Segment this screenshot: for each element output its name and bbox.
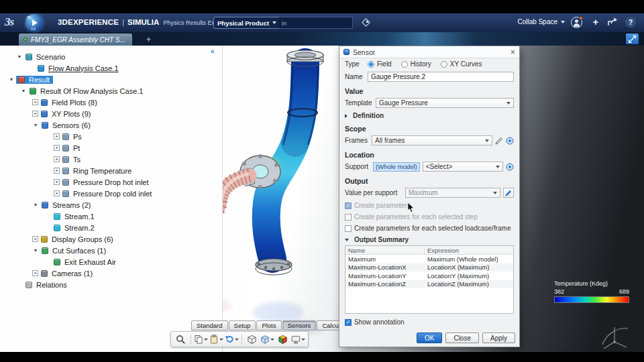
tree-item-display-groups[interactable]: Display Groups (6) <box>0 233 222 245</box>
help-button[interactable]: ? <box>625 17 636 27</box>
tree-item-cameras[interactable]: Cameras (1) <box>0 267 222 279</box>
apply-button[interactable]: Apply <box>482 333 515 343</box>
selected-node[interactable]: Result <box>16 76 53 84</box>
expander-icon[interactable] <box>54 156 60 162</box>
template-dropdown[interactable]: Gauge Pressure <box>376 98 514 108</box>
document-tab[interactable]: FMY3_EGR Assembly CHT S... <box>19 34 132 46</box>
expander-icon[interactable] <box>16 54 23 60</box>
view-compass-icon[interactable] <box>597 322 632 351</box>
tab-sensors[interactable]: Sensors <box>282 320 317 330</box>
expander-icon[interactable] <box>32 270 38 276</box>
isometric-view-icon[interactable] <box>245 333 259 346</box>
expander-icon[interactable] <box>32 202 39 208</box>
new-tab-button[interactable]: + <box>146 35 151 44</box>
tree-item-result[interactable]: Result <box>0 74 222 85</box>
copy-icon[interactable] <box>194 333 208 346</box>
expand-viewport-button[interactable] <box>626 34 639 44</box>
paste-icon[interactable] <box>209 333 223 346</box>
expander-icon[interactable] <box>32 236 38 242</box>
edit-output-button[interactable] <box>503 188 514 198</box>
collab-space-dropdown[interactable]: Collab Space <box>518 18 565 25</box>
radio-history-label[interactable]: History <box>411 60 431 68</box>
radio-xy-curves[interactable] <box>441 61 447 68</box>
tab-standard[interactable]: Standard <box>191 320 228 330</box>
ok-button[interactable]: OK <box>417 333 442 343</box>
expander-icon[interactable] <box>54 145 60 151</box>
view-style-icon[interactable] <box>260 333 274 346</box>
expander-icon[interactable] <box>32 247 39 254</box>
zoom-icon[interactable] <box>174 333 188 346</box>
tree-item-relations[interactable]: Relations <box>0 279 222 290</box>
create-parameters-checkbox[interactable] <box>345 202 352 209</box>
capture-screen-icon[interactable] <box>291 333 305 346</box>
support-whole-model-chip[interactable]: (Whole model) <box>373 162 420 172</box>
close-button[interactable]: Close <box>445 333 479 343</box>
value-per-support-dropdown[interactable]: Maximum <box>405 188 500 198</box>
tree-item-sensor-ts[interactable]: Ts <box>0 154 222 165</box>
tree-item-cut-surfaces[interactable]: Cut Surfaces (1) <box>0 245 222 256</box>
table-row[interactable]: Maximum-LocationY LocationY (Maximum) <box>345 272 513 280</box>
tree-item-stream-1[interactable]: Stream.1 <box>0 210 222 222</box>
expander-icon[interactable] <box>8 76 15 83</box>
close-icon[interactable]: × <box>511 49 515 56</box>
table-row[interactable]: Maximum-LocationX LocationX (Maximum) <box>345 263 513 272</box>
table-row[interactable]: Maximum Maximum (Whole model) <box>345 255 513 263</box>
tree-item-exit-exhaust-air[interactable]: Exit Exhaust Air <box>0 256 222 267</box>
expander-icon[interactable] <box>54 190 60 196</box>
chevron-down-icon <box>272 21 276 24</box>
tree-item-scenario[interactable]: Scenario <box>0 51 222 62</box>
expander-icon[interactable] <box>32 122 39 129</box>
render-style-icon[interactable] <box>276 333 290 346</box>
user-avatar-icon[interactable] <box>571 17 582 28</box>
tab-plots[interactable]: Plots <box>256 320 281 330</box>
tree-item-result-of-flow-analysis[interactable]: Result Of Flow Analysis Case.1 <box>0 85 222 97</box>
expander-icon[interactable] <box>32 99 38 105</box>
tree-item-sensor-pressure-drop-hot[interactable]: Pressure Drop hot inlet <box>0 176 222 188</box>
support-dropdown[interactable]: <Select> <box>423 162 503 172</box>
sensor-icon <box>62 156 69 163</box>
sensors-icon <box>42 122 48 129</box>
table-row[interactable]: Maximum-LocationZ LocationZ (Maximum) <box>345 280 513 289</box>
dialog-titlebar[interactable]: Sensor × <box>339 46 519 58</box>
create-parameters-loadcase-checkbox[interactable] <box>345 225 352 232</box>
edit-pencil-icon[interactable] <box>495 137 503 145</box>
tree-item-streams[interactable]: Streams (2) <box>0 199 222 210</box>
tree-item-sensor-pressure-drop-cold[interactable]: Pressure Drop cold inlet <box>0 188 222 199</box>
expander-icon[interactable] <box>54 168 60 174</box>
undo-icon[interactable] <box>225 333 239 346</box>
tree-item-sensor-ps[interactable]: Ps <box>0 131 222 142</box>
add-button[interactable]: + <box>593 17 598 27</box>
select-target-icon[interactable] <box>506 137 514 145</box>
radio-xy-curves-label[interactable]: XY Curves <box>450 60 482 68</box>
context-dropdown[interactable]: Physical Product <box>213 17 280 29</box>
tag-icon[interactable] <box>361 17 372 28</box>
3d-viewport[interactable]: « Scenario Flow Analysis Case.1 Result <box>0 46 644 352</box>
expander-icon[interactable] <box>20 88 27 95</box>
tree-item-xy-plots[interactable]: XY Plots (9) <box>0 108 222 119</box>
tree-item-sensors[interactable]: Sensors (6) <box>0 119 222 131</box>
tree-item-field-plots[interactable]: Field Plots (8) <box>0 97 222 108</box>
expander-icon[interactable] <box>32 111 38 117</box>
name-input[interactable] <box>368 72 514 82</box>
output-summary-collapsible[interactable]: Output Summary <box>339 234 519 244</box>
tree-item-stream-2[interactable]: Stream.2 <box>0 222 222 233</box>
create-parameters-step-checkbox[interactable] <box>345 214 352 221</box>
radio-history[interactable] <box>401 61 408 68</box>
expander-icon[interactable] <box>54 179 60 185</box>
share-icon[interactable] <box>607 17 617 29</box>
definition-collapsible[interactable]: Definition <box>339 110 519 121</box>
global-search[interactable] <box>279 17 353 29</box>
tree-item-sensor-pt[interactable]: Pt <box>0 142 222 154</box>
3dexperience-compass-icon[interactable]: 3D V.6 <box>25 14 43 32</box>
select-target-icon[interactable] <box>506 163 514 171</box>
tree-item-sensor-ring-temperature[interactable]: Ring Temperature <box>0 165 222 176</box>
expander-icon[interactable] <box>54 133 60 139</box>
output-summary-table[interactable]: Name Expression Maximum Maximum (Whole m… <box>345 245 514 314</box>
tab-setup[interactable]: Setup <box>229 320 256 330</box>
search-input[interactable] <box>282 19 370 27</box>
radio-field[interactable] <box>368 61 374 68</box>
tree-item-flow-analysis-case[interactable]: Flow Analysis Case.1 <box>0 62 222 74</box>
frames-dropdown[interactable]: All frames <box>372 135 492 145</box>
show-annotation-checkbox[interactable] <box>345 319 352 326</box>
radio-field-label[interactable]: Field <box>377 60 392 68</box>
